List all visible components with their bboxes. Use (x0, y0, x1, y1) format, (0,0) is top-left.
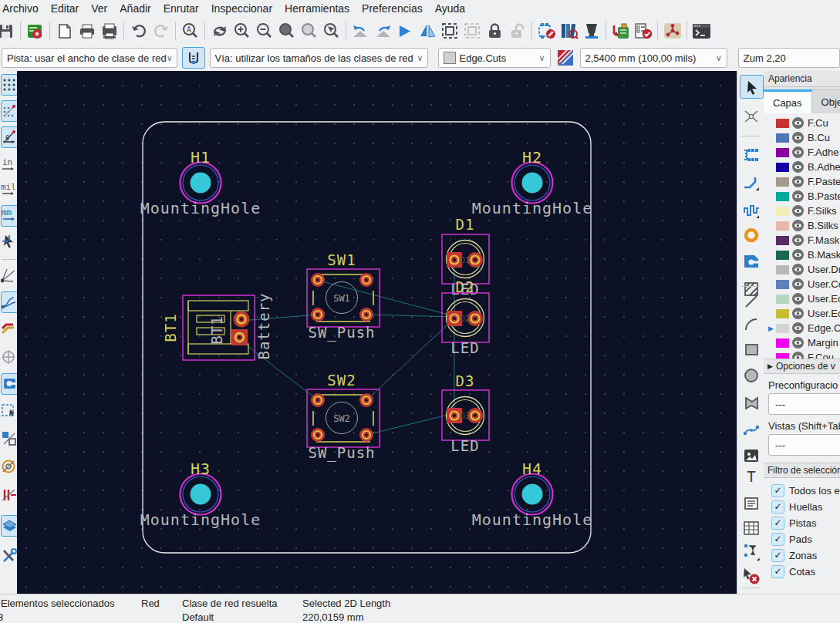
filter-item[interactable]: ✓ Cotas (771, 564, 840, 580)
layer-color-swatch[interactable] (776, 353, 789, 359)
lock-icon[interactable] (484, 20, 506, 42)
eye-icon[interactable] (792, 176, 804, 187)
print-icon[interactable] (76, 20, 98, 42)
footprint-checker-icon[interactable] (535, 20, 558, 42)
zoom-in-icon[interactable] (231, 20, 253, 42)
add-text-icon[interactable]: T (740, 466, 762, 488)
footprint-h1[interactable]: H1 MountingHole (140, 148, 261, 217)
eye-icon[interactable] (792, 132, 804, 143)
filter-item[interactable]: ✓ Pads (771, 531, 840, 547)
local-ratsnest-icon[interactable] (740, 105, 762, 127)
via-fill-icon[interactable] (1, 456, 18, 477)
grid-overrides-icon[interactable] (1, 100, 18, 122)
auto-track-width-toggle[interactable] (182, 47, 205, 69)
layer-color-swatch[interactable] (776, 207, 789, 216)
design-rules-check-icon[interactable] (632, 20, 654, 42)
menu-ayuda[interactable]: Ayuda (428, 2, 472, 15)
layer-row[interactable]: F.Mask (764, 233, 840, 248)
flip-board-icon[interactable] (394, 20, 417, 42)
via-size-select[interactable]: Vía: utilizar los tamaños de las clases … (210, 48, 429, 68)
undo-icon[interactable] (127, 20, 150, 42)
filter-item[interactable]: ✓ Todos los el (771, 483, 840, 499)
add-footprint-icon[interactable] (740, 143, 762, 166)
mirror-view-icon[interactable] (417, 20, 439, 42)
footprint-sw2[interactable]: SW2 SW2 SW_Push (307, 372, 380, 462)
layer-row[interactable]: B.Cu (764, 130, 840, 145)
find-icon[interactable]: A (179, 20, 201, 42)
save-icon[interactable] (0, 20, 17, 42)
pad-numbers-icon[interactable] (1, 373, 18, 395)
route-tracks-icon[interactable] (740, 171, 762, 194)
eye-icon[interactable] (792, 264, 804, 275)
footprint-text-icon[interactable] (1, 429, 18, 449)
layer-row[interactable]: User.Ec (764, 306, 840, 321)
add-textbox-icon[interactable] (740, 492, 762, 514)
add-image-icon[interactable] (740, 444, 762, 466)
tab-objetos[interactable]: Objetos (812, 89, 840, 113)
checkbox-icon[interactable]: ✓ (771, 484, 784, 497)
layer-row[interactable]: ▶ Edge.Cu (764, 321, 840, 335)
layer-row[interactable]: B.Adhe (764, 160, 840, 174)
eye-icon[interactable] (792, 117, 804, 129)
presets-select[interactable]: --- (768, 393, 840, 415)
footprint-h2[interactable]: H2 MountingHole (472, 148, 593, 217)
eye-icon[interactable] (792, 293, 804, 305)
units-mil-icon[interactable]: mil (1, 180, 18, 200)
forward-icon[interactable] (372, 20, 394, 42)
units-inch-icon[interactable]: in (1, 156, 18, 176)
footprint-d3[interactable]: D3 D3 LED (442, 372, 489, 454)
tools-icon[interactable] (1, 546, 18, 566)
draw-polygon-icon[interactable] (740, 392, 762, 414)
ratsnest-lines-icon[interactable] (1, 265, 18, 285)
pin-display-icon[interactable] (1, 486, 18, 506)
net-inspector-icon[interactable] (661, 20, 683, 42)
eye-icon[interactable] (792, 234, 804, 246)
menu-ver[interactable]: Ver (84, 2, 114, 15)
redo-icon[interactable] (150, 20, 172, 42)
delete-tool-icon[interactable] (740, 564, 762, 587)
eye-icon[interactable] (792, 190, 804, 202)
3d-viewer-icon[interactable] (580, 20, 602, 42)
layer-color-swatch[interactable] (776, 177, 789, 187)
layer-pair-icon[interactable] (556, 49, 575, 67)
footprint-sw1[interactable]: SW1 SW1 SW_Push (307, 251, 380, 342)
menu-archivo[interactable]: Archivo (0, 2, 46, 15)
units-mm-icon[interactable]: mm (1, 205, 18, 227)
scripting-console-icon[interactable] (690, 20, 713, 42)
layer-row[interactable]: User.Co (764, 277, 840, 291)
pad-fill-icon[interactable] (1, 347, 18, 367)
eye-icon[interactable] (792, 322, 804, 334)
layer-color-swatch[interactable] (776, 163, 789, 172)
checkbox-icon[interactable]: ✓ (771, 549, 784, 562)
layer-row[interactable]: F.Paste (764, 174, 840, 189)
layer-color-swatch[interactable] (776, 309, 789, 318)
select-tool-icon[interactable] (740, 75, 764, 99)
curved-ratsnest-icon[interactable] (1, 291, 18, 313)
menu-preferencias[interactable]: Preferencias (355, 2, 430, 15)
add-zone-icon[interactable] (740, 250, 762, 272)
checkbox-icon[interactable]: ✓ (771, 500, 784, 514)
menu-inspeccionar[interactable]: Inspeccionar (204, 2, 279, 15)
layer-color-swatch[interactable] (776, 338, 789, 348)
menu-enrutar[interactable]: Enrutar (157, 2, 206, 15)
layer-row[interactable]: F.Adhe (764, 145, 840, 160)
eye-icon[interactable] (792, 161, 804, 173)
footprint-h3[interactable]: H3 MountingHole (140, 460, 261, 529)
tab-capas[interactable]: Capas (764, 89, 812, 113)
eye-icon[interactable] (792, 220, 804, 231)
unlock-icon[interactable] (506, 20, 528, 42)
track-width-select[interactable]: Pista: usar el ancho de clase de red ∨ (2, 48, 177, 68)
layer-color-swatch[interactable] (776, 324, 789, 333)
eye-icon[interactable] (792, 146, 804, 158)
pcb-canvas[interactable]: H1 MountingHole H2 MountingHole H3 Mount… (17, 71, 737, 594)
views-select[interactable]: --- (768, 434, 840, 456)
board-setup-icon[interactable] (24, 20, 46, 42)
eye-icon[interactable] (792, 278, 804, 290)
footprint-d2[interactable]: D2 D2 LED (442, 278, 489, 356)
draw-bezier-icon[interactable] (740, 418, 762, 440)
layer-row[interactable]: User.Dr (764, 262, 840, 277)
eye-icon[interactable] (792, 249, 804, 261)
layer-row[interactable]: B.Silks (764, 218, 840, 233)
layer-row[interactable]: F.Silks (764, 204, 840, 218)
footprint-bt1[interactable]: BT1 BT1 Battery (162, 292, 272, 360)
